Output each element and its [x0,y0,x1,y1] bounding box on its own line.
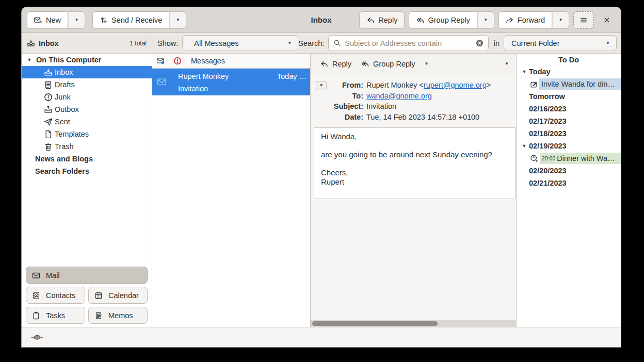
hamburger-menu-button[interactable] [573,11,594,29]
preview-reply-button[interactable]: Reply [318,56,353,72]
new-button-group: New ▼ [27,11,85,29]
send-receive-button[interactable]: Send / Receive [92,11,169,29]
sidebar-item-trash[interactable]: Trash [22,140,152,153]
read-status-column-header[interactable] [152,54,169,68]
junk-icon [44,93,53,102]
todo-group-label: 02/16/2023 [529,105,567,113]
folder-sidebar: ▼ On This Computer Inbox Drafts Junk Out… [22,54,152,327]
group-reply-button[interactable]: Group Reply [409,11,477,29]
show-filter-value: All Messages [194,39,283,47]
mail-view-label: Mail [46,271,60,279]
todo-group-label: 02/19/2023 [529,142,567,150]
calendar-view-button[interactable]: Calendar [88,287,148,304]
message-subject: Invitation [178,85,208,93]
todo-group-date[interactable]: 02/20/2023 [517,164,621,177]
scrollbar-thumb[interactable] [312,321,438,326]
expander-icon[interactable]: ▼ [520,143,529,149]
todo-group-today[interactable]: ▼ Today [517,65,621,78]
search-input[interactable] [345,39,472,47]
preview-filler [311,199,516,320]
chevron-down-icon: ▼ [319,84,324,88]
mail-view-button[interactable]: Mail [26,267,148,284]
sidebar-item-junk[interactable]: Junk [22,91,152,103]
reply-button[interactable]: Reply [359,11,405,29]
search-scope-dropdown[interactable]: Current Folder ▼ [504,35,617,51]
preview-more-options-arrow-icon[interactable]: ▼ [505,62,509,66]
sidebar-item-search-folders[interactable]: Search Folders [22,165,152,177]
folder-label: Trash [55,142,74,151]
sidebar-item-news-and-blogs[interactable]: News and Blogs [22,153,152,165]
memos-view-button[interactable]: Memos [88,307,148,324]
online-status-icon[interactable] [31,334,43,341]
sidebar-item-sent[interactable]: Sent [22,116,152,128]
calendar-view-label: Calendar [108,291,139,300]
preview-reply-label: Reply [332,60,351,68]
header-actions: Reply Group Reply ▼ Forward ▼ [359,11,616,29]
search-scope-value: Current Folder [511,39,602,47]
todo-group-tomorrow[interactable]: Tomorrow [517,90,621,103]
from-email-link[interactable]: rupert@gnome.org [424,81,487,89]
todo-group-date[interactable]: 02/16/2023 [517,103,621,115]
reply-all-icon [416,16,424,24]
todo-pane: To Do ▼ Today Invite Wanda for din… Tomo… [517,54,621,327]
contacts-view-button[interactable]: Contacts [26,287,85,304]
todo-group-date-expanded[interactable]: ▼ 02/19/2023 [517,140,621,152]
from-value: Rupert Monkey <rupert@gnome.org> [366,80,512,91]
to-email-link[interactable]: wanda@gnome.org [366,92,432,100]
message-body: Hi Wanda, are you going to be around nex… [314,127,516,199]
todo-event-item[interactable]: 20:00 Dinner with Wa… [517,152,621,164]
sidebar-item-outbox[interactable]: Outbox [22,103,152,116]
reply-label: Reply [378,16,397,24]
flag-column-header[interactable] [169,54,186,68]
account-label: On This Computer [36,56,101,64]
send-receive-dropdown-button[interactable]: ▼ [169,11,186,29]
menu-icon [579,16,588,24]
message-date: Today … [277,72,307,80]
sidebar-item-inbox[interactable]: Inbox [22,66,152,78]
sidebar-item-templates[interactable]: Templates [22,128,152,140]
forward-button[interactable]: Forward [498,11,552,29]
todo-group-label: Tomorrow [529,92,565,101]
new-button[interactable]: New [27,11,68,29]
clear-search-icon[interactable] [476,39,484,47]
chevron-down-icon: ▼ [606,41,610,45]
envelope-status-icon [156,57,165,65]
sidebar-item-drafts[interactable]: Drafts [22,78,152,91]
todo-group-label: Today [529,68,551,76]
window-close-button[interactable] [598,11,616,29]
collapse-headers-button[interactable]: ▼ [316,81,327,90]
group-reply-dropdown-button[interactable]: ▼ [477,11,494,29]
new-dropdown-button[interactable]: ▼ [68,11,85,29]
preview-group-reply-button[interactable]: Group Reply [359,56,417,72]
to-value: wanda@gnome.org [366,91,512,102]
todo-task-item[interactable]: Invite Wanda for din… [517,78,621,90]
outbox-icon [44,105,53,114]
todo-group-date[interactable]: 02/18/2023 [517,127,621,140]
chevron-down-icon: ▼ [75,18,79,22]
search-icon [333,39,341,47]
date-value: Tue, 14 Feb 2023 14:57:18 +0100 [366,112,512,123]
todo-pane-title: To Do [517,54,621,65]
group-label: Search Folders [35,167,89,175]
message-list-header: Messages [152,54,310,69]
expander-icon[interactable]: ▼ [26,57,33,62]
expander-icon[interactable]: ▼ [520,69,529,74]
group-reply-options-arrow-icon[interactable]: ▼ [424,62,428,66]
show-filter-dropdown[interactable]: All Messages ▼ [182,35,298,51]
preview-horizontal-scrollbar[interactable] [311,320,516,327]
tasks-view-button[interactable]: Tasks [26,307,85,324]
message-row-selected[interactable]: Rupert Monkey Today … Invitation [152,69,310,95]
todo-group-date[interactable]: 02/17/2023 [517,115,621,127]
memos-view-label: Memos [108,311,133,320]
forward-dropdown-button[interactable]: ▼ [552,11,569,29]
messages-column-header[interactable]: Messages [186,54,310,68]
inbox-icon [27,39,35,47]
sidebar-item-on-this-computer[interactable]: ▼ On This Computer [22,54,152,66]
todo-group-date[interactable]: 02/21/2023 [517,177,621,189]
read-mail-icon [157,77,167,87]
preview-pane: Reply Group Reply ▼ ▼ ▼ From: Rupert Mon… [311,54,517,327]
chevron-down-icon: ▼ [559,18,563,22]
folder-label: Inbox [55,68,73,76]
todo-group-label: 02/18/2023 [529,129,567,138]
folder-label: Templates [55,130,89,138]
